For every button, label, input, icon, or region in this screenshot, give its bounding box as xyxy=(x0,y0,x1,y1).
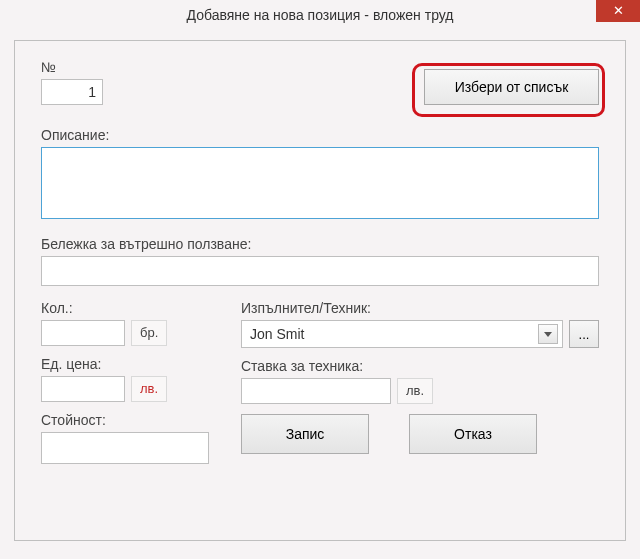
details-left-col: Кол.: бр. Ед. цена: лв. Стойност: xyxy=(41,300,211,474)
form-panel: № Избери от списък Описание: Бележка за … xyxy=(14,40,626,541)
number-input[interactable] xyxy=(41,79,103,105)
note-label: Бележка за вътрешно ползване: xyxy=(41,236,599,252)
cancel-button[interactable]: Отказ xyxy=(409,414,537,454)
title-bar: Добавяне на нова позиция - вложен труд ✕ xyxy=(0,0,640,30)
rate-currency: лв. xyxy=(397,378,433,404)
description-row: Описание: xyxy=(41,127,599,222)
description-label: Описание: xyxy=(41,127,599,143)
details-right-col: Изпълнител/Техник: Jon Smit ... Ставка з… xyxy=(241,300,599,474)
select-from-list-button[interactable]: Избери от списък xyxy=(424,69,599,105)
details-grid: Кол.: бр. Ед. цена: лв. Стойност: Изпълн… xyxy=(41,300,599,474)
window-title: Добавяне на нова позиция - вложен труд xyxy=(187,7,454,23)
qty-input[interactable] xyxy=(41,320,125,346)
unit-price-label: Ед. цена: xyxy=(41,356,211,372)
note-row: Бележка за вътрешно ползване: xyxy=(41,236,599,286)
description-input[interactable] xyxy=(41,147,599,219)
note-input[interactable] xyxy=(41,256,599,286)
unit-price-currency: лв. xyxy=(131,376,167,402)
performer-value: Jon Smit xyxy=(250,326,304,342)
value-input[interactable] xyxy=(41,432,209,464)
qty-unit: бр. xyxy=(131,320,167,346)
performer-label: Изпълнител/Техник: xyxy=(241,300,599,316)
value-label: Стойност: xyxy=(41,412,211,428)
save-button[interactable]: Запис xyxy=(241,414,369,454)
unit-price-input[interactable] xyxy=(41,376,125,402)
chevron-down-icon xyxy=(538,324,558,344)
rate-input[interactable] xyxy=(241,378,391,404)
close-icon: ✕ xyxy=(613,3,624,18)
qty-label: Кол.: xyxy=(41,300,211,316)
rate-label: Ставка за техника: xyxy=(241,358,599,374)
performer-select[interactable]: Jon Smit xyxy=(241,320,563,348)
performer-more-button[interactable]: ... xyxy=(569,320,599,348)
action-row: Запис Отказ xyxy=(241,414,599,454)
dialog-window: Добавяне на нова позиция - вложен труд ✕… xyxy=(0,0,640,559)
close-button[interactable]: ✕ xyxy=(596,0,640,22)
